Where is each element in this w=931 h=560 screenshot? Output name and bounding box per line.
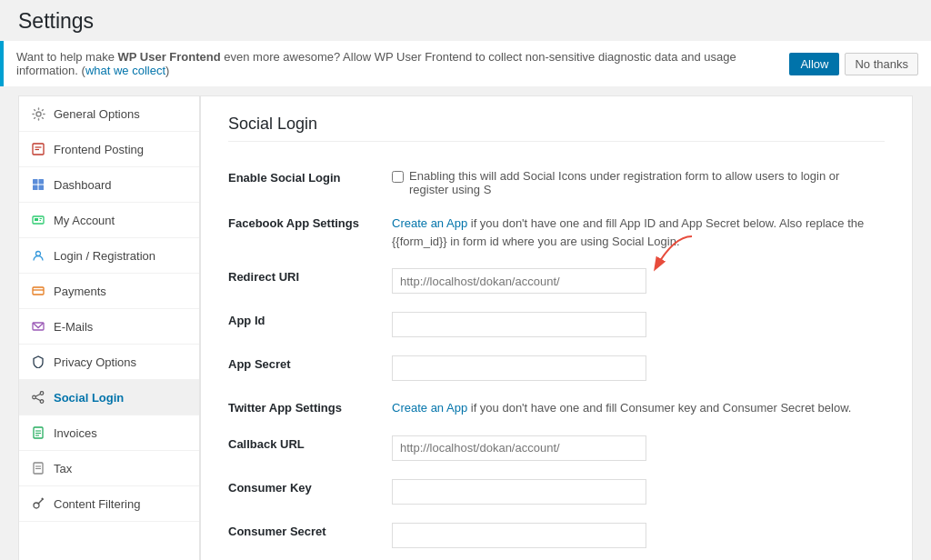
svg-point-18 bbox=[33, 395, 36, 399]
sidebar-item-tax[interactable]: Tax bbox=[19, 451, 199, 486]
notice-text-before: Want to help make bbox=[16, 50, 118, 64]
sidebar-item-dashboard[interactable]: Dashboard bbox=[19, 167, 199, 203]
svg-rect-7 bbox=[39, 185, 45, 191]
sidebar-label-payments: Payments bbox=[54, 285, 106, 298]
form-row-consumer-secret: Consumer Secret bbox=[228, 514, 885, 557]
field-label-redirect-uri: Redirect URI bbox=[228, 259, 392, 303]
notice-bar: Want to help make WP User Frontend even … bbox=[0, 41, 931, 86]
dashboard-icon bbox=[30, 176, 46, 193]
twitter-app-settings-link[interactable]: Create an App bbox=[392, 401, 467, 415]
sidebar-label-content-filtering: Content Filtering bbox=[54, 497, 140, 511]
sidebar-item-content-filtering[interactable]: Content Filtering bbox=[19, 486, 199, 522]
form-row-app-secret: App Secret bbox=[228, 346, 885, 390]
sidebar-item-social-login[interactable]: Social Login bbox=[19, 380, 199, 415]
privacy-options-icon bbox=[30, 354, 46, 370]
consumer-key-input[interactable] bbox=[392, 479, 646, 505]
sidebar: General OptionsFrontend PostingDashboard… bbox=[18, 95, 200, 560]
sidebar-item-general-options[interactable]: General Options bbox=[19, 96, 199, 132]
twitter-app-settings-text: Create an App if you don't have one and … bbox=[392, 399, 865, 417]
enable-social-login-label: Enabling this will add Social Icons unde… bbox=[409, 169, 864, 196]
app-secret-input[interactable] bbox=[392, 355, 646, 381]
app-id-input[interactable] bbox=[392, 312, 646, 337]
svg-line-20 bbox=[35, 398, 40, 401]
redirect-uri-wrapper bbox=[392, 268, 646, 294]
sidebar-label-tax: Tax bbox=[54, 462, 72, 475]
notice-text-after: ) bbox=[165, 64, 169, 77]
sidebar-item-my-account[interactable]: My Account bbox=[19, 203, 199, 238]
svg-rect-6 bbox=[33, 185, 38, 191]
svg-rect-5 bbox=[39, 179, 45, 185]
svg-rect-9 bbox=[35, 218, 38, 221]
page-wrapper: Settings Want to help make WP User Front… bbox=[0, 0, 931, 560]
facebook-app-settings-link[interactable]: Create an App bbox=[392, 216, 467, 230]
content-area: Social Login Enable Social LoginEnabling… bbox=[200, 95, 913, 560]
field-value-app-secret bbox=[392, 346, 885, 390]
content-filtering-icon bbox=[30, 495, 46, 512]
field-value-facebook-app-settings: Create an App if you don't have one and … bbox=[392, 205, 885, 259]
field-label-twitter-app-settings: Twitter App Settings bbox=[228, 390, 392, 426]
notice-link[interactable]: what we collect bbox=[85, 64, 165, 77]
form-row-consumer-key: Consumer Key bbox=[228, 470, 885, 514]
sidebar-label-general-options: General Options bbox=[54, 107, 140, 121]
field-label-facebook-app-settings: Facebook App Settings bbox=[228, 205, 392, 259]
svg-line-29 bbox=[38, 499, 43, 504]
field-label-app-id: App Id bbox=[228, 303, 392, 346]
field-value-consumer-key bbox=[392, 470, 885, 514]
notice-text: Want to help make WP User Frontend even … bbox=[16, 50, 784, 77]
social-login-icon bbox=[30, 389, 46, 405]
field-label-callback-url: Callback URL bbox=[228, 426, 392, 470]
svg-point-17 bbox=[40, 400, 44, 404]
field-label-consumer-key: Consumer Key bbox=[228, 470, 392, 514]
section-title: Social Login bbox=[228, 115, 885, 142]
field-value-consumer-secret bbox=[392, 514, 885, 557]
sidebar-label-my-account: My Account bbox=[54, 214, 115, 227]
sidebar-item-privacy-options[interactable]: Privacy Options bbox=[19, 345, 199, 380]
sidebar-label-dashboard: Dashboard bbox=[54, 178, 112, 192]
sidebar-label-invoices: Invoices bbox=[54, 426, 97, 440]
enable-social-login-checkbox[interactable] bbox=[392, 171, 404, 183]
field-value-twitter-app-settings: Create an App if you don't have one and … bbox=[392, 390, 885, 426]
page-title-area: Settings bbox=[0, 0, 931, 41]
callback-url-input[interactable] bbox=[392, 435, 646, 461]
sidebar-label-login-registration: Login / Registration bbox=[54, 249, 155, 263]
svg-point-12 bbox=[36, 252, 41, 256]
invoices-icon bbox=[30, 425, 46, 441]
settings-form: Enable Social LoginEnabling this will ad… bbox=[228, 160, 885, 557]
consumer-secret-input[interactable] bbox=[392, 523, 646, 548]
notice-actions: Allow No thanks bbox=[789, 53, 918, 75]
redirect-uri-input[interactable] bbox=[392, 268, 646, 294]
form-row-app-id: App Id bbox=[228, 303, 885, 346]
emails-icon bbox=[30, 318, 46, 335]
form-row-redirect-uri: Redirect URI bbox=[228, 259, 885, 303]
notice-brand: WP User Frontend bbox=[118, 50, 221, 64]
field-value-callback-url bbox=[392, 426, 885, 470]
form-row-twitter-app-settings: Twitter App SettingsCreate an App if you… bbox=[228, 390, 885, 426]
field-label-consumer-secret: Consumer Secret bbox=[228, 514, 392, 557]
svg-point-0 bbox=[36, 112, 41, 116]
svg-point-16 bbox=[40, 392, 44, 395]
sidebar-item-invoices[interactable]: Invoices bbox=[19, 415, 199, 451]
field-label-app-secret: App Secret bbox=[228, 346, 392, 390]
sidebar-item-frontend-posting[interactable]: Frontend Posting bbox=[19, 132, 199, 167]
sidebar-item-emails[interactable]: E-Mails bbox=[19, 309, 199, 345]
main-layout: General OptionsFrontend PostingDashboard… bbox=[0, 95, 931, 560]
facebook-app-settings-text: Create an App if you don't have one and … bbox=[392, 215, 865, 250]
no-thanks-button[interactable]: No thanks bbox=[845, 53, 918, 75]
field-value-redirect-uri bbox=[392, 259, 885, 303]
sidebar-label-privacy-options: Privacy Options bbox=[54, 355, 136, 369]
form-row-facebook-app-settings: Facebook App SettingsCreate an App if yo… bbox=[228, 205, 885, 259]
payments-icon bbox=[30, 283, 46, 299]
form-row-callback-url: Callback URL bbox=[228, 426, 885, 470]
svg-rect-4 bbox=[33, 179, 38, 185]
sidebar-item-payments[interactable]: Payments bbox=[19, 274, 199, 309]
sidebar-item-login-registration[interactable]: Login / Registration bbox=[19, 238, 199, 274]
svg-line-19 bbox=[35, 394, 40, 396]
page-title: Settings bbox=[18, 9, 913, 34]
general-options-icon bbox=[30, 105, 46, 122]
sidebar-label-social-login: Social Login bbox=[54, 391, 124, 405]
field-label-enable-social-login: Enable Social Login bbox=[228, 160, 392, 205]
form-row-enable-social-login: Enable Social LoginEnabling this will ad… bbox=[228, 160, 885, 205]
allow-button[interactable]: Allow bbox=[789, 53, 839, 75]
tax-icon bbox=[30, 460, 46, 476]
field-value-enable-social-login: Enabling this will add Social Icons unde… bbox=[392, 160, 885, 205]
